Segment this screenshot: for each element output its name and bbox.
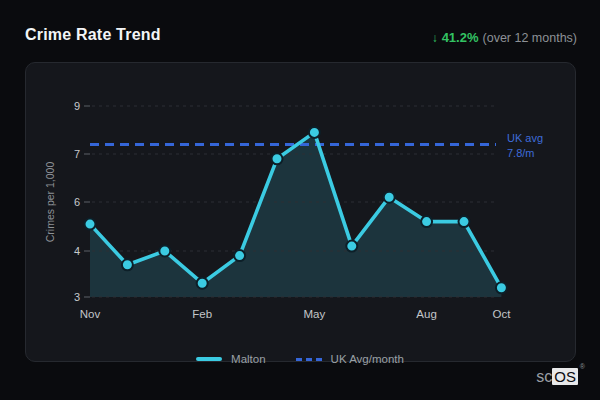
logo-prefix: sc <box>536 369 552 385</box>
reference-line-value: 7.8/m <box>507 147 535 159</box>
legend-item-malton: Malton <box>196 353 266 365</box>
data-point <box>309 127 320 138</box>
dashed-line-swatch-icon <box>296 358 322 361</box>
y-tick-label: 9 <box>74 100 80 112</box>
data-point <box>346 241 357 252</box>
x-tick-label: Oct <box>492 308 511 320</box>
y-tick-label: 6 <box>74 196 80 208</box>
series-area-fill <box>90 132 501 297</box>
solid-line-swatch-icon <box>196 357 222 361</box>
legend-label: UK Avg/month <box>331 353 404 365</box>
registered-trademark-icon: ® <box>580 363 585 370</box>
data-point <box>122 259 133 270</box>
data-point <box>421 216 432 227</box>
data-point <box>234 250 245 261</box>
scos-logo: sc OS® <box>536 368 578 385</box>
chart-legend: Malton UK Avg/month <box>0 353 600 365</box>
x-tick-label: Aug <box>416 308 436 320</box>
reference-line-label: UK avg <box>507 132 543 144</box>
data-point <box>85 219 96 230</box>
data-point <box>159 246 170 257</box>
logo-box: OS® <box>552 368 578 385</box>
x-tick-label: Nov <box>80 308 101 320</box>
legend-label: Malton <box>231 353 266 365</box>
data-point <box>272 153 283 164</box>
y-tick-label: 3 <box>74 291 80 303</box>
y-tick-label: 7 <box>74 148 80 160</box>
data-point <box>197 278 208 289</box>
logo-box-text: OS <box>554 368 576 385</box>
crime-trend-chart: 34679NovFebMayAugOct Crimes per 1,000 UK… <box>0 0 600 400</box>
data-point <box>459 216 470 227</box>
y-axis-title: Crimes per 1,000 <box>44 162 56 243</box>
legend-item-uk-avg: UK Avg/month <box>296 353 404 365</box>
x-tick-label: Feb <box>192 308 212 320</box>
data-point <box>384 192 395 203</box>
y-tick-label: 4 <box>74 245 80 257</box>
x-tick-label: May <box>304 308 326 320</box>
data-point <box>496 282 507 293</box>
